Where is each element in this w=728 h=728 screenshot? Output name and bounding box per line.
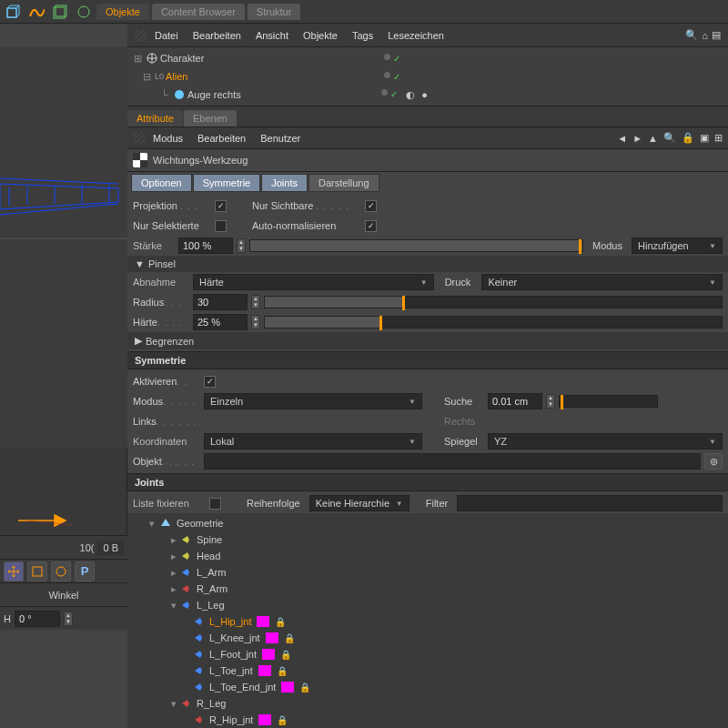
filter-input[interactable] bbox=[457, 495, 723, 511]
nurselektierte-checkbox[interactable] bbox=[215, 220, 227, 232]
rotate-icon[interactable] bbox=[51, 561, 71, 581]
search-icon[interactable]: 🔍 bbox=[685, 29, 698, 41]
move-icon[interactable] bbox=[4, 561, 24, 581]
suche-slider[interactable] bbox=[559, 395, 658, 408]
menu-tags[interactable]: Tags bbox=[345, 27, 380, 44]
color-swatch[interactable] bbox=[258, 665, 271, 676]
haerte-spinner[interactable]: ▲▼ bbox=[251, 315, 260, 329]
cube-icon[interactable] bbox=[2, 2, 24, 22]
lock-icon[interactable]: 🔒 bbox=[280, 650, 291, 660]
nurbs-icon[interactable] bbox=[49, 2, 71, 22]
projektion-checkbox[interactable]: ✓ bbox=[215, 200, 227, 212]
nav-fwd-icon[interactable]: ► bbox=[632, 133, 642, 144]
joint-item[interactable]: L_Hip_jnt🔒 bbox=[127, 613, 728, 630]
joint-item[interactable]: R_Hip_jnt🔒 bbox=[127, 712, 728, 728]
nav-up-icon[interactable]: ▲ bbox=[648, 133, 658, 144]
search-icon[interactable]: 🔍 bbox=[663, 132, 676, 144]
radius-slider[interactable] bbox=[264, 296, 723, 308]
joint-item[interactable]: ▸L_Arm bbox=[127, 564, 728, 581]
viewport-3d[interactable] bbox=[0, 47, 127, 448]
menu-bearbeiten[interactable]: Bearbeiten bbox=[190, 130, 253, 147]
maximize-icon[interactable]: ⊞ bbox=[714, 132, 723, 144]
sym-modus-dropdown[interactable]: Einzeln▼ bbox=[204, 393, 422, 410]
panel-menu-icon[interactable]: ▤ bbox=[712, 29, 721, 41]
scale-icon[interactable] bbox=[27, 561, 47, 581]
joint-item[interactable]: ▾Geometrie bbox=[127, 515, 728, 531]
koordinaten-dropdown[interactable]: Lokal▼ bbox=[204, 433, 422, 450]
h-spinner[interactable]: ▲▼ bbox=[64, 612, 73, 626]
color-swatch[interactable] bbox=[262, 649, 275, 660]
menu-objekte[interactable]: Objekte bbox=[296, 27, 345, 44]
grip-icon[interactable] bbox=[135, 29, 147, 42]
joint-item[interactable]: ▾L_Leg bbox=[127, 597, 728, 613]
tab-darstellung[interactable]: Darstellung bbox=[308, 174, 379, 192]
abnahme-dropdown[interactable]: Härte▼ bbox=[193, 274, 434, 290]
druck-dropdown[interactable]: Keiner▼ bbox=[481, 274, 723, 290]
objekt-picker-icon[interactable]: ⊚ bbox=[704, 453, 723, 470]
joint-item[interactable]: ▾R_Leg bbox=[127, 695, 728, 712]
suche-spinner[interactable]: ▲▼ bbox=[546, 394, 555, 409]
menu-modus[interactable]: Modus bbox=[146, 130, 190, 147]
tab-joints[interactable]: Joints bbox=[261, 174, 308, 192]
new-icon[interactable]: ▣ bbox=[700, 132, 709, 144]
modus-dropdown[interactable]: Hinzufügen▼ bbox=[632, 238, 723, 254]
nav-back-icon[interactable]: ◄ bbox=[617, 133, 627, 144]
joint-item[interactable]: L_Knee_jnt🔒 bbox=[127, 630, 728, 646]
reihenfolge-dropdown[interactable]: Keine Hierarchie▼ bbox=[309, 495, 410, 511]
color-swatch[interactable] bbox=[258, 714, 271, 725]
radius-input[interactable] bbox=[193, 294, 248, 310]
joint-item[interactable]: ▸R_Arm bbox=[127, 581, 728, 597]
suche-input[interactable] bbox=[488, 393, 542, 410]
haerte-slider[interactable] bbox=[264, 316, 723, 329]
lock-icon[interactable]: 🔒 bbox=[277, 715, 288, 725]
lock-icon[interactable]: 🔒 bbox=[277, 666, 288, 676]
grip-icon[interactable] bbox=[133, 132, 146, 145]
radius-spinner[interactable]: ▲▼ bbox=[251, 295, 260, 309]
joint-item[interactable]: ▸Spine bbox=[127, 531, 728, 548]
tag-icon[interactable]: ◐ bbox=[406, 89, 415, 101]
tab-symmetrie[interactable]: Symmetrie bbox=[193, 174, 261, 192]
listefixieren-checkbox[interactable] bbox=[209, 498, 221, 510]
joint-item[interactable]: ▸Head bbox=[127, 548, 728, 564]
menu-benutzer[interactable]: Benutzer bbox=[253, 130, 308, 147]
nursichtbare-checkbox[interactable]: ✓ bbox=[365, 200, 377, 212]
tag-icon-2[interactable]: ● bbox=[421, 89, 428, 101]
lock-icon[interactable]: 🔒 bbox=[299, 682, 310, 693]
p-button[interactable]: P bbox=[75, 561, 95, 581]
pinsel-header[interactable]: ▼Pinsel bbox=[127, 256, 728, 272]
color-swatch[interactable] bbox=[266, 632, 278, 643]
hierarchy-item-alien[interactable]: ⊟L0 Alien ✓ bbox=[127, 67, 728, 86]
color-swatch[interactable] bbox=[281, 682, 294, 693]
menu-ansicht[interactable]: Ansicht bbox=[248, 27, 296, 44]
hierarchy-item-charakter[interactable]: ⊞ Charakter ✓ bbox=[127, 49, 728, 67]
lock-icon[interactable]: 🔒 bbox=[284, 633, 295, 643]
hierarchy-item-auge[interactable]: └ Auge rechts ✓◐● bbox=[127, 86, 728, 104]
menu-lesezeichen[interactable]: Lesezeichen bbox=[380, 27, 451, 44]
tab-ebenen[interactable]: Ebenen bbox=[184, 110, 237, 126]
haerte-input[interactable] bbox=[193, 314, 248, 330]
aktivieren-checkbox[interactable]: ✓ bbox=[204, 376, 216, 388]
lock-icon[interactable]: 🔒 bbox=[275, 617, 286, 627]
autonorm-checkbox[interactable]: ✓ bbox=[365, 220, 377, 232]
spline-icon[interactable] bbox=[25, 2, 47, 22]
tab-content-browser[interactable]: Content Browser bbox=[152, 4, 245, 20]
spiegel-dropdown[interactable]: YZ▼ bbox=[488, 433, 723, 450]
h-input[interactable] bbox=[15, 611, 60, 627]
staerke-slider[interactable] bbox=[249, 239, 583, 252]
menu-datei[interactable]: Datei bbox=[147, 27, 186, 44]
tab-attribute[interactable]: Attribute bbox=[127, 110, 183, 126]
joint-item[interactable]: L_Toe_End_jnt🔒 bbox=[127, 679, 728, 695]
home-icon[interactable]: ⌂ bbox=[702, 30, 708, 41]
color-swatch[interactable] bbox=[257, 616, 269, 627]
tab-optionen[interactable]: Optionen bbox=[131, 174, 192, 192]
objekt-input[interactable] bbox=[204, 453, 701, 470]
staerke-input[interactable] bbox=[178, 238, 233, 254]
menu-bearbeiten[interactable]: Bearbeiten bbox=[186, 27, 248, 44]
tab-struktur[interactable]: Struktur bbox=[248, 4, 301, 20]
lock-icon[interactable]: 🔒 bbox=[682, 132, 694, 144]
joint-item[interactable]: L_Foot_jnt🔒 bbox=[127, 646, 728, 662]
joint-item[interactable]: L_Toe_jnt🔒 bbox=[127, 662, 728, 679]
generator-icon[interactable] bbox=[73, 2, 95, 22]
begrenzen-header[interactable]: ▶Begrenzen bbox=[127, 332, 728, 349]
tab-objekte[interactable]: Objekte bbox=[96, 4, 149, 20]
